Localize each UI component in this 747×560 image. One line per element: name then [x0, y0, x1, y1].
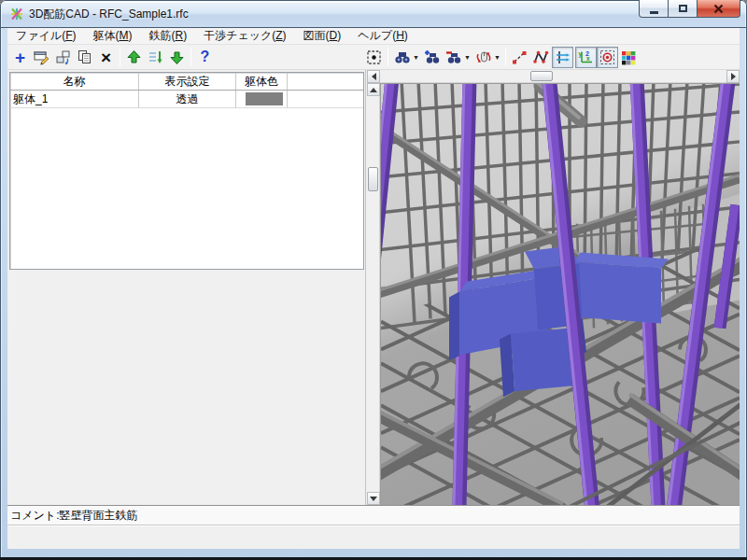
copy-body-button[interactable]	[74, 47, 95, 68]
move-bottom-button[interactable]	[166, 47, 188, 68]
section-axis-icon	[555, 49, 571, 65]
rotate-copy-body-button[interactable]	[52, 47, 74, 68]
app-icon	[9, 7, 24, 21]
section-axis-toggle-button[interactable]	[552, 47, 573, 68]
palette-button[interactable]	[618, 47, 640, 68]
table-header-row: 名称 表示設定 躯体色	[10, 73, 363, 91]
title-bar[interactable]: 3D配筋CAD - RFC_Sample1.rfc	[0, 0, 747, 28]
binoculars-minus-icon	[445, 49, 462, 65]
zoom-out-button[interactable]	[443, 47, 464, 68]
scroll-up-button[interactable]	[367, 83, 380, 96]
center-mark-toggle-button[interactable]	[597, 47, 618, 68]
horizontal-scroll-thumb[interactable]	[530, 71, 553, 81]
svg-text:y: y	[579, 50, 583, 58]
find-button[interactable]	[391, 47, 413, 68]
close-button[interactable]	[698, 0, 740, 18]
find-dropdown[interactable]: ▼	[412, 54, 420, 61]
toolbar: +	[7, 45, 740, 70]
menu-help[interactable]: ヘルプ(H)	[349, 28, 416, 45]
minimize-button[interactable]	[639, 0, 669, 18]
toolbar-separator	[505, 48, 506, 66]
toolbar-separator	[388, 48, 388, 66]
application-window: 3D配筋CAD - RFC_Sample1.rfc ファイル(F) 躯体(M) …	[0, 0, 747, 560]
view-pane	[367, 70, 740, 505]
vertical-scrollbar[interactable]	[367, 83, 380, 505]
menu-bar: ファイル(F) 躯体(M) 鉄筋(R) 干渉チェック(Z) 図面(D) ヘルプ(…	[7, 28, 740, 45]
delete-body-button[interactable]: ×	[95, 47, 117, 68]
menu-rebar[interactable]: 鉄筋(R)	[140, 28, 195, 45]
rotate-copy-icon	[55, 49, 71, 65]
copy-icon	[77, 49, 92, 65]
toolbar-separator	[120, 48, 120, 66]
row-filler	[288, 91, 363, 107]
edit-body-button[interactable]	[31, 47, 52, 68]
color-swatch[interactable]	[246, 92, 283, 105]
arrow-down-icon	[169, 49, 185, 65]
menu-drawing[interactable]: 図面(D)	[295, 28, 350, 45]
help-icon: ?	[201, 49, 210, 64]
center-mark-icon	[599, 49, 615, 65]
horizontal-scrollbar[interactable]	[367, 70, 740, 83]
comment-text: コメント:竪壁背面主鉄筋	[10, 509, 137, 522]
vertical-scroll-thumb[interactable]	[368, 167, 378, 191]
fit-view-icon	[366, 49, 382, 65]
toolbar-separator	[190, 48, 191, 66]
comment-bar: コメント:竪壁背面主鉄筋	[7, 505, 740, 525]
measure-polyline-icon	[533, 49, 549, 65]
minimize-icon	[650, 11, 658, 14]
column-header-name[interactable]: 名称	[10, 73, 139, 90]
mouse-orbit-icon	[475, 49, 492, 65]
rebar-3d-scene	[381, 84, 740, 505]
restore-icon	[679, 5, 687, 12]
scroll-left-icon	[372, 73, 376, 80]
scroll-down-button[interactable]	[367, 492, 380, 505]
binoculars-plus-icon	[424, 49, 441, 65]
column-header-display-setting[interactable]: 表示設定	[139, 73, 236, 90]
arrow-up-icon	[126, 49, 142, 65]
orbit-dropdown[interactable]: ▼	[493, 54, 501, 61]
scroll-left-button[interactable]	[367, 70, 380, 83]
measure-distance-icon	[512, 49, 528, 65]
menu-body[interactable]: 躯体(M)	[84, 28, 140, 45]
header-filler	[288, 73, 363, 90]
body-table: 名称 表示設定 躯体色 躯体_1 透過	[9, 72, 364, 270]
fit-view-button[interactable]	[363, 47, 385, 68]
body-list-pane: 名称 表示設定 躯体色 躯体_1 透過	[7, 70, 366, 505]
column-header-body-color[interactable]: 躯体色	[236, 73, 288, 90]
reorder-list-button[interactable]	[145, 47, 166, 68]
orbit-button[interactable]	[472, 47, 494, 68]
reorder-icon	[148, 49, 163, 65]
zoom-dropdown[interactable]: ▼	[463, 54, 472, 61]
dimension-toggle-button[interactable]: y x 2	[575, 47, 597, 68]
body-color-cell[interactable]	[236, 91, 288, 107]
measure-distance-button[interactable]	[509, 47, 530, 68]
binoculars-icon	[394, 49, 411, 65]
dimension-axes-icon: y x 2	[578, 49, 594, 65]
edit-icon	[34, 49, 49, 65]
display-setting-cell[interactable]: 透過	[139, 91, 236, 107]
scroll-right-button[interactable]	[726, 70, 740, 83]
window-title: 3D配筋CAD - RFC_Sample1.rfc	[29, 7, 189, 22]
scroll-right-icon	[731, 73, 736, 80]
help-button[interactable]: ?	[194, 47, 216, 68]
palette-icon	[621, 49, 637, 65]
zoom-in-button[interactable]	[421, 47, 443, 68]
delete-icon: ×	[101, 49, 111, 66]
client-area: ファイル(F) 躯体(M) 鉄筋(R) 干渉チェック(Z) 図面(D) ヘルプ(…	[7, 28, 740, 549]
scroll-down-icon	[370, 497, 377, 501]
restore-button[interactable]	[669, 0, 698, 18]
status-bar	[7, 525, 740, 549]
main-area: 名称 表示設定 躯体色 躯体_1 透過	[7, 70, 740, 505]
measure-polyline-button[interactable]	[530, 47, 552, 68]
body-name-cell[interactable]: 躯体_1	[10, 91, 139, 107]
menu-interference-check[interactable]: 干渉チェック(Z)	[195, 28, 294, 45]
add-body-button[interactable]: +	[9, 47, 31, 68]
move-top-button[interactable]	[123, 47, 145, 68]
scroll-up-icon	[370, 88, 377, 92]
menu-file[interactable]: ファイル(F)	[7, 28, 84, 45]
svg-text:2: 2	[585, 49, 589, 56]
3d-viewport[interactable]	[380, 83, 740, 505]
plus-icon: +	[15, 49, 25, 66]
close-icon	[713, 4, 724, 14]
table-row[interactable]: 躯体_1 透過	[10, 91, 363, 108]
